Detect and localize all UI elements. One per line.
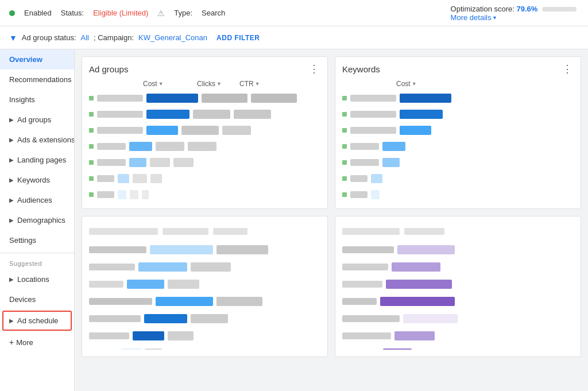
sidebar-item-demographics[interactable]: ▶ Demographics <box>0 210 74 230</box>
ctr-bar-4 <box>188 142 216 151</box>
bl-line-1 <box>89 228 158 235</box>
enabled-label: Enabled <box>24 9 52 17</box>
keywords-card: Keywords ⋮ Cost ▼ <box>335 56 581 209</box>
ctr-bar-6 <box>150 174 162 183</box>
kw-dot-4 <box>342 144 347 149</box>
kw-dot-6 <box>342 176 347 181</box>
kw-label-2 <box>350 111 396 118</box>
type-value: Search <box>202 9 225 17</box>
sidebar-item-overview[interactable]: Overview <box>0 49 74 69</box>
arrow-icon-landing: ▶ <box>9 157 14 163</box>
bottom-right-content <box>342 223 574 350</box>
cost-bar-4 <box>129 142 152 151</box>
status-dot-6 <box>89 176 94 181</box>
table-row <box>89 107 320 121</box>
opt-label: Optimization score: <box>451 5 514 13</box>
kw-dot-5 <box>342 160 347 165</box>
cost-bar-5 <box>129 158 146 167</box>
more-details-button[interactable]: More details ▾ <box>451 13 579 22</box>
plus-icon: + <box>9 338 14 347</box>
sidebar-item-recommendations[interactable]: Recommendations <box>0 69 74 90</box>
arrow-icon-audiences: ▶ <box>9 197 14 203</box>
bl-line-3 <box>213 228 247 235</box>
br-data-row-3 <box>342 277 574 291</box>
kw-label-5 <box>350 159 379 166</box>
ctr-bar-7 <box>142 190 149 199</box>
sidebar-item-audiences[interactable]: ▶ Audiences <box>0 190 74 210</box>
filter-campaign[interactable]: KW_General_Conan <box>138 33 207 42</box>
more-label: More <box>16 338 33 347</box>
cost-bar-1 <box>146 94 198 103</box>
clicks-label: Clicks <box>197 80 215 88</box>
ad-groups-menu[interactable]: ⋮ <box>309 64 320 74</box>
arrow-icon-adschedule: ▶ <box>9 318 14 324</box>
keywords-rows <box>342 91 574 202</box>
keywords-menu[interactable]: ⋮ <box>562 64 574 74</box>
filter-prefix: Ad group status: <box>22 33 76 42</box>
br-data-row-2 <box>342 260 574 274</box>
cost-bar-6 <box>118 174 129 183</box>
table-row <box>342 123 574 137</box>
kw-cost-col-header[interactable]: Cost ▼ <box>396 80 448 88</box>
sidebar-item-landing[interactable]: ▶ Landing pages <box>0 150 74 170</box>
sidebar-label-keywords: Keywords <box>17 176 50 184</box>
ctr-bar-5 <box>173 158 194 167</box>
keywords-title: Keywords <box>342 64 380 74</box>
filter-all[interactable]: All <box>81 33 89 42</box>
ctr-col-header[interactable]: CTR ▼ <box>239 80 280 88</box>
sidebar-item-insights[interactable]: Insights <box>0 90 74 110</box>
kw-bar-7 <box>371 190 380 199</box>
bl-row-3 <box>89 277 320 291</box>
sidebar-item-adschedule[interactable]: ▶ Ad schedule <box>2 311 72 331</box>
clicks-bar-5 <box>150 158 170 167</box>
blurred-content-right <box>342 223 574 350</box>
ctr-bar-2 <box>234 110 271 119</box>
cost-bar-3 <box>146 126 178 135</box>
bl-row-6 <box>89 329 320 343</box>
add-filter-button[interactable]: ADD FILTER <box>216 34 260 42</box>
type-label: Type: <box>174 9 192 17</box>
filter-icon: ▼ <box>9 33 17 42</box>
sidebar-item-keywords[interactable]: ▶ Keywords <box>0 170 74 190</box>
kw-label-3 <box>350 127 396 134</box>
bl-row-4 <box>89 295 320 308</box>
br-data-row-1 <box>342 243 574 257</box>
table-row <box>89 156 320 169</box>
ad-groups-table-header: Cost ▼ Clicks ▼ CTR ▼ <box>89 80 320 88</box>
row-label-5 <box>97 159 126 166</box>
sidebar-item-locations[interactable]: ▶ Locations <box>0 269 74 289</box>
status-dot-7 <box>89 192 94 197</box>
table-row <box>89 172 320 185</box>
kw-dot-2 <box>342 112 347 117</box>
row-label-7 <box>97 191 114 198</box>
enabled-dot <box>9 10 15 16</box>
row-label-6 <box>97 175 114 182</box>
filter-bar: ▼ Ad group status: All ; Campaign: KW_Ge… <box>0 26 588 49</box>
sidebar-item-devices[interactable]: Devices <box>0 289 74 309</box>
table-row <box>342 107 574 121</box>
table-row <box>342 156 574 169</box>
bl-row-7 <box>89 346 320 350</box>
clicks-bar-3 <box>181 126 219 135</box>
kw-bar-4 <box>382 142 405 151</box>
opt-score-section: Optimization score: 79.6% More details ▾ <box>451 5 579 22</box>
suggested-label: Suggested <box>0 255 74 269</box>
sidebar-item-settings[interactable]: Settings <box>0 230 74 250</box>
cost-sort-icon: ▼ <box>158 81 164 87</box>
more-details-label: More details <box>451 13 492 22</box>
clicks-col-header[interactable]: Clicks ▼ <box>197 80 237 88</box>
status-dot-5 <box>89 160 94 165</box>
br-data-row-5 <box>342 312 574 326</box>
sidebar-item-ads[interactable]: ▶ Ads & extensions <box>0 130 74 150</box>
sidebar-label-demographics: Demographics <box>17 216 65 224</box>
table-row <box>89 91 320 105</box>
sidebar-label-overview: Overview <box>9 55 42 64</box>
blurred-content-left <box>89 223 320 350</box>
sidebar-label-audiences: Audiences <box>17 196 52 204</box>
sidebar-item-adgroups[interactable]: ▶ Ad groups <box>0 110 74 130</box>
kw-cost-label: Cost <box>396 80 411 88</box>
table-row <box>342 172 574 185</box>
cost-col-header[interactable]: Cost ▼ <box>143 80 195 88</box>
more-button[interactable]: + More <box>0 332 74 353</box>
status-dot-3 <box>89 128 94 133</box>
